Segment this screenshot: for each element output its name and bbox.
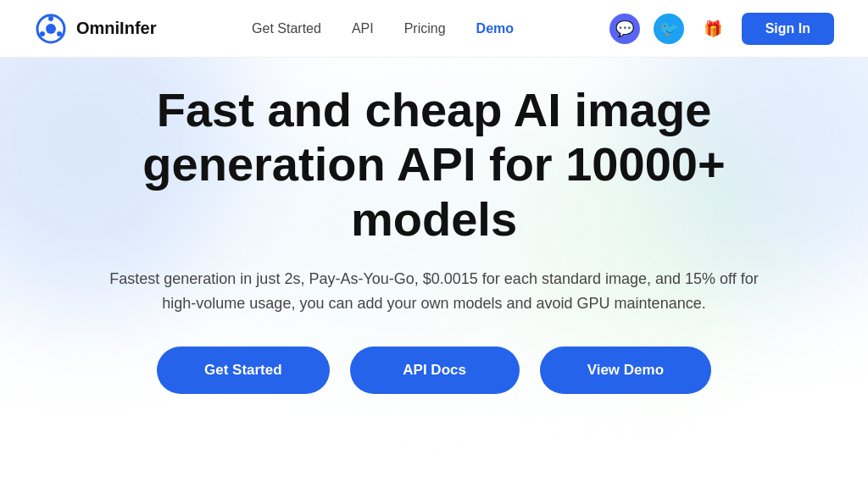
hero-buttons: Get Started API Docs View Demo: [157, 347, 711, 394]
twitter-icon[interactable]: 🐦: [654, 14, 684, 44]
logo-text: OmniInfer: [76, 19, 156, 38]
navbar: OmniInfer Get Started API Pricing Demo 💬…: [0, 0, 868, 58]
svg-point-4: [40, 31, 45, 36]
nav-icons: 💬 🐦 🎁 Sign In: [609, 13, 834, 45]
hero-btn-get-started[interactable]: Get Started: [157, 347, 330, 394]
svg-point-3: [57, 31, 62, 36]
nav-links: Get Started API Pricing Demo: [252, 21, 514, 36]
nav-pricing[interactable]: Pricing: [404, 21, 446, 36]
hero-btn-api-docs[interactable]: API Docs: [350, 347, 520, 394]
nav-demo[interactable]: Demo: [476, 21, 514, 36]
hero-btn-view-demo[interactable]: View Demo: [540, 347, 711, 394]
svg-point-2: [48, 16, 53, 21]
hero-section: Fast and cheap AI image generation API f…: [0, 58, 868, 488]
logo-icon: [34, 12, 68, 46]
logo[interactable]: OmniInfer: [34, 12, 156, 46]
svg-point-1: [46, 24, 56, 34]
hero-title: Fast and cheap AI image generation API f…: [86, 83, 782, 247]
nav-api[interactable]: API: [352, 21, 374, 36]
signin-button[interactable]: Sign In: [742, 13, 834, 45]
gift-icon[interactable]: 🎁: [698, 14, 728, 44]
discord-icon[interactable]: 💬: [609, 14, 640, 44]
nav-get-started[interactable]: Get Started: [252, 21, 321, 36]
hero-subtitle: Fastest generation in just 2s, Pay-As-Yo…: [103, 267, 765, 316]
